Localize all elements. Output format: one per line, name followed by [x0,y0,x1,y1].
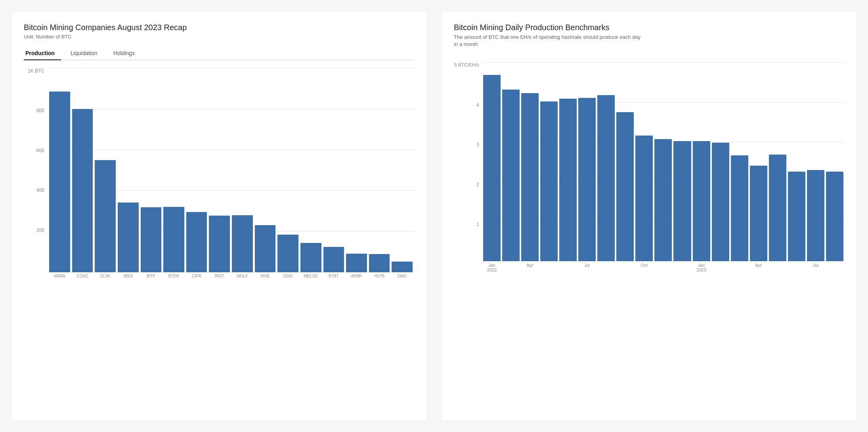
y-axis-label: 5 BTC/EH/s [454,62,479,68]
bar-wrap [346,68,367,272]
bar [769,155,786,261]
x-axis-label: Jan 2023 [693,263,710,272]
x-axis-label [597,263,615,272]
right-y-axis: 5 BTC/EH/s4321 [454,62,482,272]
bar-wrap [95,68,116,272]
bar-wrap [163,68,184,272]
bar [693,141,710,261]
y-axis-label: 600 [36,148,44,153]
bar-HUT8 [369,254,390,272]
bar-ARBK [346,254,367,272]
tab-production[interactable]: Production [24,47,61,60]
x-axis-label: WULF [232,274,253,278]
y-axis-label: 1K BTC [28,68,44,74]
x-axis-label: CLSK [95,274,116,278]
bar [750,166,767,262]
bar-RIOT [209,216,230,272]
tab-liquidation[interactable]: Liquidation [69,47,104,60]
x-axis-label: ARBK [346,274,367,278]
x-axis-label: Jul [578,263,596,272]
left-y-axis: 1K BTC800600400200 [24,68,48,278]
left-bars-container [48,68,414,272]
bar-wrap [369,68,390,272]
x-axis-label: BTDR [163,274,184,278]
bar-CORZ [72,109,93,272]
right-chart-body: Jan 2022AprJulOctJan 2023AprJul [482,62,844,272]
x-axis-label [712,263,729,272]
y-axis-label: 400 [36,187,44,193]
bar [559,99,577,262]
x-axis-label [616,263,634,272]
x-axis-label: NB2.DE [300,274,321,278]
left-chart-body: MARACORZCLSKIRENBITFBTDRCIFRRIOTWULFHIVE… [48,68,414,278]
x-axis-label [673,263,691,272]
bar-wrap [392,68,413,272]
right-chart-area: 5 BTC/EH/s4321 Jan 2022AprJulOctJan 2023… [454,62,844,272]
bar [483,75,501,261]
tab-holdings[interactable]: Holdings [112,47,141,60]
x-axis-label: Jan 2022 [483,263,501,272]
bar-wrap [750,62,767,261]
x-axis-label: Apr [521,263,539,272]
bar-wrap [673,62,691,261]
bar [578,98,596,262]
left-panel: Bitcoin Mining Companies August 2023 Rec… [12,12,426,420]
bar-wrap [635,62,653,261]
y-axis-label: 3 [476,142,479,147]
x-axis-label: MARA [49,274,70,278]
x-axis-label: CORZ [72,274,93,278]
right-bars-grid [482,62,844,261]
bar-CLSK [95,160,116,272]
bar [712,143,729,261]
bar [673,141,691,261]
left-chart-area: 1K BTC800600400200 MARACORZCLSKIRENBITFB… [24,68,414,278]
x-axis-label: DMG [392,274,413,278]
right-panel: Bitcoin Mining Daily Production Benchmar… [442,12,856,420]
x-axis-label: IREN [118,274,139,278]
left-panel-subtitle: Unit: Number of BTC [24,34,414,40]
x-axis-label: CIFR [186,274,207,278]
x-axis-label [540,263,558,272]
bar-wrap [731,62,748,261]
bar-BTDR [163,207,184,272]
right-bars-container [482,62,844,261]
bar-wrap [597,62,615,261]
bar-MARA [49,92,70,272]
x-axis-label: HUT8 [369,274,390,278]
right-x-labels: Jan 2022AprJulOctJan 2023AprJul [482,263,844,272]
bar-wrap [186,68,207,272]
bar-wrap [502,62,520,261]
bar [826,172,843,261]
bar-wrap [483,62,501,261]
bar-BITF [141,207,162,272]
x-axis-label [731,263,748,272]
bar-wrap [323,68,344,272]
bar [731,155,748,261]
x-axis-label [826,263,843,272]
bar-HIVE [255,225,276,272]
bar-IREN [118,203,139,272]
bar-wrap [300,68,321,272]
x-axis-label: RIOT [209,274,230,278]
bar-wrap [118,68,139,272]
y-axis-label: 800 [36,108,44,113]
left-panel-title: Bitcoin Mining Companies August 2023 Rec… [24,23,414,32]
right-panel-title: Bitcoin Mining Daily Production Benchmar… [454,23,844,32]
bar [788,172,805,261]
bar-wrap [654,62,672,261]
bar-DMG [392,262,413,272]
right-panel-subtitle: The amount of BTC that one EH/s of opera… [454,34,644,48]
y-axis-label: 2 [476,182,479,187]
bar [540,101,558,261]
bar-wrap [209,68,230,272]
x-axis-label [788,263,805,272]
x-axis-label: BTBT [323,274,344,278]
bar-NB2.DE [300,243,321,272]
y-axis-label: 200 [36,227,44,233]
x-axis-label [769,263,786,272]
x-axis-label: Apr [750,263,767,272]
tabs: ProductionLiquidationHoldings [24,47,414,60]
bar-CIFR [186,212,207,272]
x-axis-label: SDIG [277,274,298,278]
bar-wrap [540,62,558,261]
